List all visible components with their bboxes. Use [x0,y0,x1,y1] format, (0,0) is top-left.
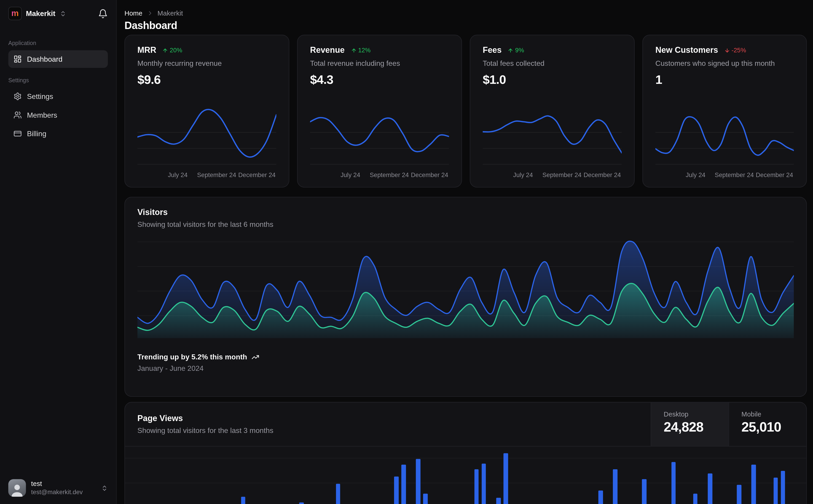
visitors-subtitle: Showing total visitors for the last 6 mo… [137,220,794,228]
stat-value: 1 [656,72,794,87]
bar [504,453,508,504]
bar [241,496,246,504]
bar [693,494,698,504]
x-axis-labels: July 24 September 24 December 24 [656,169,794,179]
sidebar-item-members[interactable]: Members [8,106,108,124]
chevrons-up-down-icon [59,10,66,17]
stat-value: $4.3 [310,72,449,87]
arrow-up-icon [162,47,168,53]
app-window: m Makerkit Application Dashboard Setting… [0,0,813,504]
notifications-bell-icon[interactable] [98,8,108,18]
bar [642,479,647,504]
tab-mobile[interactable]: Mobile 25,010 [728,403,806,446]
tab-value: 24,828 [664,419,716,435]
visitors-title: Visitors [137,208,794,217]
sidebar-item-label: Billing [27,130,46,138]
tab-desktop[interactable]: Desktop 24,828 [651,403,728,446]
visitors-card: Visitors Showing total visitors for the … [124,197,807,397]
bar [773,478,778,504]
breadcrumb: Home Makerkit [124,8,807,18]
arrow-up-icon [351,47,357,53]
bar [474,469,479,504]
credit-card-icon [13,130,22,138]
bar [416,459,420,504]
x-axis-labels: July 24 September 24 December 24 [137,169,277,179]
sidebar: m Makerkit Application Dashboard Setting… [0,0,117,504]
sparkline-chart: July 24 September 24 December 24 [483,106,622,179]
tab-value: 25,010 [741,419,794,435]
bar [496,498,501,504]
stat-card-revenue: Revenue 12% Total revenue including fees… [297,35,462,188]
nav-section-label-settings: Settings [8,77,108,83]
trend-badge: -25% [724,47,746,54]
bar [708,473,712,504]
user-meta: test test@makerkit.dev [31,480,83,496]
visitors-date-range: January - June 2024 [137,364,794,372]
logo-letter: m [11,9,19,18]
page-title: Dashboard [124,20,807,32]
stat-title: Fees [483,46,502,55]
stat-title: New Customers [656,46,718,55]
trend-badge: 20% [162,47,182,54]
visitors-area-chart [137,236,794,338]
bar [394,476,398,504]
settings-gear-icon [13,92,22,101]
bar [423,494,428,504]
stat-card-mrr: MRR 20% Monthly recurring revenue $9.6 J… [124,35,289,188]
chevrons-up-down-icon [101,485,108,491]
page-views-card: Page Views Showing total visitors for th… [124,402,807,504]
breadcrumb-current: Makerkit [157,9,183,17]
stat-card-fees: Fees 9% Total fees collected $1.0 July 2… [470,35,635,188]
sparkline-chart: July 24 September 24 December 24 [137,106,277,179]
trend-badge: 9% [508,47,524,54]
stat-cards-row: MRR 20% Monthly recurring revenue $9.6 J… [124,35,807,188]
bar [613,469,617,504]
sidebar-item-label: Members [27,111,57,119]
sidebar-item-label: Dashboard [27,55,62,63]
user-email: test@makerkit.dev [31,488,83,496]
page-views-title: Page Views [137,414,638,423]
stat-card-new-customers: New Customers -25% Customers who signed … [643,35,807,188]
trending-up-icon [251,353,259,361]
user-name: test [31,480,83,488]
sidebar-item-dashboard[interactable]: Dashboard [8,50,108,68]
layout-dashboard-icon [13,55,22,63]
sidebar-item-billing[interactable]: Billing [8,125,108,142]
stat-subtitle: Monthly recurring revenue [137,59,277,67]
user-menu[interactable]: test test@makerkit.dev [0,472,116,504]
bar [752,465,756,504]
arrow-up-icon [508,47,514,53]
users-icon [13,111,22,119]
page-views-header: Page Views Showing total visitors for th… [125,403,806,447]
stat-subtitle: Customers who signed up this month [656,59,794,67]
bar [737,485,741,504]
sparkline-chart: July 24 September 24 December 24 [656,106,794,179]
bar [336,483,340,504]
bar [482,463,486,504]
tab-label: Desktop [664,410,716,418]
sidebar-item-label: Settings [27,92,53,101]
makerkit-logo: m [8,7,22,20]
stat-value: $1.0 [483,72,622,87]
stat-title: Revenue [310,46,345,55]
x-axis-labels: July 24 September 24 December 24 [483,169,622,179]
stat-value: $9.6 [137,72,277,87]
x-axis-labels: July 24 September 24 December 24 [310,169,449,179]
breadcrumb-home-link[interactable]: Home [124,9,142,17]
bar [401,465,406,504]
sidebar-item-settings[interactable]: Settings [8,88,108,105]
main-content: Home Makerkit Dashboard MRR 20% Monthly … [117,0,813,504]
chevron-right-icon [146,10,153,16]
stat-title: MRR [137,46,156,55]
avatar [8,479,26,497]
visitors-footer: Trending up by 5.2% this month [137,353,794,361]
tab-label: Mobile [741,410,794,418]
sidebar-nav: Application Dashboard Settings Settings … [0,40,116,143]
bar [299,502,304,504]
page-views-subtitle: Showing total visitors for the last 3 mo… [137,426,638,435]
workspace-selector[interactable]: m Makerkit [0,0,116,25]
trend-badge: 12% [351,47,371,54]
page-views-bar-chart [125,446,806,504]
bar [598,491,602,504]
bar [781,471,785,504]
